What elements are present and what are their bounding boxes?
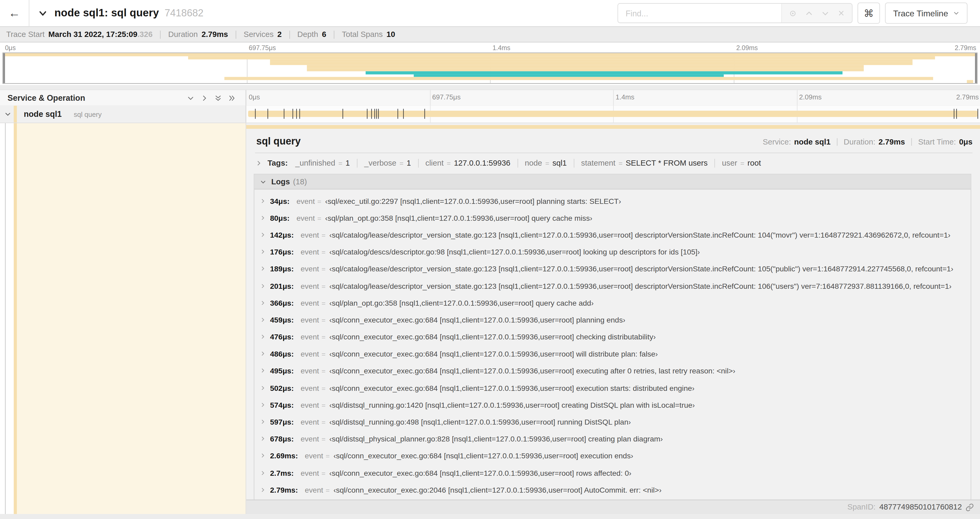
expand-one-icon[interactable]: [201, 94, 208, 102]
span-duration-bar[interactable]: [248, 111, 978, 117]
log-field-value: ‹sql/distsql_physical_planner.go:828 [ns…: [329, 434, 663, 443]
log-row[interactable]: 2.79ms:event=‹sql/conn_executor_exec.go:…: [255, 482, 971, 498]
log-row[interactable]: 476μs:event=‹sql/conn_executor_exec.go:6…: [255, 329, 971, 345]
summary-item: Duration2.79ms: [168, 30, 228, 39]
log-row[interactable]: 189μs:event=‹sql/catalog/lease/descripto…: [255, 260, 971, 278]
minimap-span-bar: [270, 62, 913, 65]
span-track[interactable]: [246, 106, 980, 123]
minimap-canvas[interactable]: [2, 53, 977, 84]
log-field-value: ‹sql/distsql_running.go:498 [nsql1,clien…: [329, 418, 631, 426]
tag-value: 127.0.0.1:59936: [454, 159, 510, 168]
span-service-name: node sql1: [24, 109, 62, 119]
chevron-down-icon: [260, 179, 266, 185]
log-marker-tick: [954, 109, 954, 119]
find-next-icon[interactable]: [821, 9, 829, 17]
log-field-key: event: [301, 316, 319, 324]
log-row[interactable]: 574μs:event=‹sql/distsql_running.go:1420…: [255, 397, 971, 414]
tree-gutter: [0, 123, 14, 514]
log-field-value: ‹sql/conn_executor_exec.go:684 [nsql1,cl…: [329, 384, 694, 393]
chevron-right-icon: [260, 215, 266, 220]
log-field-value: ‹sql/catalog/descs/descriptor.go:98 [nsq…: [329, 248, 700, 256]
tag-value: SELECT * FROM users: [626, 159, 708, 168]
log-timestamp: 34μs:: [270, 197, 290, 206]
log-timestamp: 2.7ms:: [270, 469, 294, 477]
find-clear-icon[interactable]: [837, 10, 845, 17]
log-field-key: event: [301, 248, 319, 256]
tags-row[interactable]: Tags: _unfinished=1_verbose=1client=127.…: [246, 153, 980, 168]
trace-collapse-icon[interactable]: [38, 8, 48, 18]
log-field-key: event: [301, 350, 319, 358]
log-field-value: ‹sql/exec_util.go:2297 [nsql1,client=127…: [325, 197, 621, 206]
log-timestamp: 2.79ms:: [270, 486, 298, 495]
view-range-handle-left[interactable]: [3, 53, 5, 83]
span-name-cell[interactable]: node sql1 sql query: [0, 106, 246, 123]
log-equals: =: [321, 333, 325, 341]
log-row[interactable]: 495μs:event=‹sql/conn_executor_exec.go:6…: [255, 363, 971, 380]
log-list: 34μs:event=‹sql/exec_util.go:2297 [nsql1…: [255, 189, 971, 498]
chevron-right-icon: [260, 419, 266, 425]
log-row[interactable]: 502μs:event=‹sql/conn_executor_exec.go:6…: [255, 380, 971, 396]
ruler-tick-label: 1.4ms: [492, 44, 510, 51]
find-input[interactable]: [618, 4, 781, 22]
log-row[interactable]: 366μs:event=‹sql/plan_opt.go:358 [nsql1,…: [255, 295, 971, 311]
log-field-value: ‹sql/conn_executor_exec.go:684 [nsql1,cl…: [329, 333, 656, 342]
log-row[interactable]: 80μs:event=‹sql/plan_opt.go:358 [nsql1,c…: [255, 210, 971, 227]
log-marker-tick: [283, 109, 284, 119]
find-prev-icon[interactable]: [805, 9, 813, 17]
log-row[interactable]: 176μs:event=‹sql/catalog/descs/descripto…: [255, 244, 971, 260]
tag-item[interactable]: node=sql1: [525, 159, 567, 168]
log-row[interactable]: 597μs:event=‹sql/distsql_running.go:498 …: [255, 414, 971, 430]
log-marker-tick: [299, 109, 299, 119]
view-dropdown-button[interactable]: Trace Timeline: [885, 2, 967, 24]
keyboard-shortcuts-button[interactable]: ⌘: [858, 2, 880, 24]
log-row[interactable]: 678μs:event=‹sql/distsql_physical_planne…: [255, 431, 971, 447]
find-icon-group: [781, 4, 852, 22]
chevron-right-icon: [260, 402, 266, 407]
tag-item[interactable]: user=root: [722, 159, 761, 168]
summary-value-suffix: .326: [137, 30, 153, 39]
collapse-all-icon[interactable]: [215, 94, 222, 102]
trace-minimap: 0μs697.75μs1.4ms2.09ms2.79ms: [0, 43, 980, 85]
log-equals: =: [317, 197, 321, 204]
minimap-span-bar: [188, 56, 935, 59]
log-row[interactable]: 201μs:event=‹sql/catalog/lease/descripto…: [255, 278, 971, 295]
tag-item[interactable]: _unfinished=1: [295, 159, 350, 168]
ruler-gridline: [797, 90, 797, 105]
log-equals: =: [321, 316, 325, 324]
log-row[interactable]: 2.69ms:event=‹sql/conn_executor_exec.go:…: [255, 447, 971, 465]
log-equals: =: [321, 401, 325, 409]
log-marker-tick: [403, 109, 404, 119]
log-row[interactable]: 459μs:event=‹sql/conn_executor_exec.go:6…: [255, 312, 971, 329]
tag-item[interactable]: _verbose=1: [364, 159, 411, 168]
log-row[interactable]: 142μs:event=‹sql/catalog/lease/descripto…: [255, 227, 971, 243]
logs-header[interactable]: Logs (18): [255, 174, 971, 190]
view-range-handle-right[interactable]: [975, 53, 977, 83]
minimap-ruler: 0μs697.75μs1.4ms2.09ms2.79ms: [2, 43, 977, 52]
link-icon[interactable]: [966, 503, 974, 511]
log-field-key: event: [305, 486, 323, 495]
span-row[interactable]: node sql1 sql query: [0, 106, 980, 123]
back-button[interactable]: ←: [0, 0, 30, 26]
service-operation-label: Service & Operation: [7, 93, 85, 102]
tag-value: 1: [346, 159, 350, 168]
summary-value: 2: [277, 30, 282, 39]
expand-all-icon[interactable]: [228, 94, 235, 102]
tag-item[interactable]: client=127.0.0.1:59936: [425, 159, 511, 168]
log-equals: =: [321, 367, 325, 375]
span-collapse-icon[interactable]: [5, 111, 11, 118]
log-equals: =: [321, 469, 325, 477]
log-timestamp: 2.69ms:: [270, 452, 298, 460]
log-marker-tick: [978, 109, 978, 119]
log-row[interactable]: 2.7ms:event=‹sql/conn_executor_exec.go:6…: [255, 465, 971, 482]
log-row[interactable]: 34μs:event=‹sql/exec_util.go:2297 [nsql1…: [255, 193, 971, 209]
log-row[interactable]: 486μs:event=‹sql/conn_executor_exec.go:6…: [255, 345, 971, 363]
tag-item[interactable]: statement=SELECT * FROM users: [581, 159, 708, 168]
log-field-key: event: [301, 384, 319, 393]
match-highlight-icon[interactable]: [789, 9, 797, 17]
collapse-one-icon[interactable]: [187, 94, 194, 102]
log-marker-tick: [374, 109, 375, 119]
trace-summary-bar: Trace StartMarch 31 2022, 17:25:09.326Du…: [0, 27, 980, 43]
log-field-value: ‹sql/catalog/lease/descriptor_version_st…: [329, 282, 951, 291]
log-timestamp: 80μs:: [270, 214, 290, 222]
overview-value: 2.79ms: [878, 138, 905, 146]
